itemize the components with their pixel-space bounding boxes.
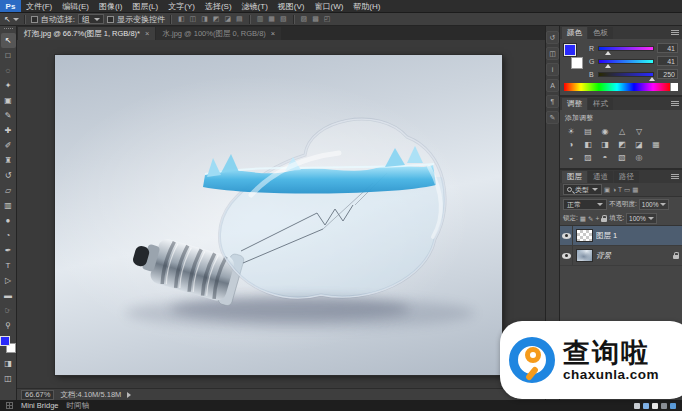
align-left-icon[interactable]: ◩ xyxy=(212,15,221,23)
filter-smart-objects-icon[interactable]: ▦ xyxy=(632,186,638,194)
menu-file[interactable]: 文件(F) xyxy=(21,0,57,12)
grid-icon[interactable] xyxy=(6,402,13,409)
panel-color-swatches[interactable] xyxy=(564,43,584,69)
filter-pixel-layers-icon[interactable]: ▣ xyxy=(604,186,610,194)
pen-tool-button[interactable]: ✒ xyxy=(1,243,16,258)
posterize-icon[interactable]: ▨ xyxy=(582,152,594,162)
quick-mask-button[interactable]: ◨ xyxy=(1,356,16,371)
color-balance-icon[interactable]: ◧ xyxy=(582,139,594,149)
systray-icon[interactable] xyxy=(634,403,640,409)
marquee-tool-button[interactable]: □ xyxy=(1,48,16,63)
slider-thumb[interactable] xyxy=(649,77,655,81)
info-panel-button[interactable]: i xyxy=(546,63,559,76)
distribute-icon[interactable]: ▧ xyxy=(279,15,288,23)
systray-icon[interactable] xyxy=(643,403,649,409)
align-bottom-icon[interactable]: ◨ xyxy=(200,15,209,23)
vibrance-icon[interactable]: ▽ xyxy=(633,126,645,136)
menu-image[interactable]: 图像(I) xyxy=(94,0,128,12)
tab-paths[interactable]: 路径 xyxy=(614,171,639,183)
blur-tool-button[interactable]: ● xyxy=(1,213,16,228)
foreground-color-swatch[interactable] xyxy=(564,44,576,56)
selective-color-icon[interactable]: ◎ xyxy=(633,152,645,162)
blue-slider[interactable] xyxy=(598,72,654,77)
crop-tool-button[interactable]: ▣ xyxy=(1,93,16,108)
status-arrow-icon[interactable] xyxy=(127,392,131,398)
visibility-toggle[interactable] xyxy=(560,226,573,245)
foreground-color-swatch[interactable] xyxy=(0,336,10,346)
panel-menu-icon[interactable] xyxy=(671,101,679,106)
filter-shape-layers-icon[interactable]: ▭ xyxy=(624,186,630,194)
tab-layers[interactable]: 图层 xyxy=(562,171,587,183)
lasso-tool-button[interactable]: ◌ xyxy=(1,63,16,78)
current-tool-preset[interactable]: ↖ xyxy=(4,15,19,24)
systray-icon[interactable] xyxy=(670,403,676,409)
distribute-icon[interactable]: ▦ xyxy=(267,15,276,23)
zoom-level-field[interactable]: 66.67% xyxy=(21,390,54,400)
lock-all-icon[interactable] xyxy=(601,218,607,222)
tab-color[interactable]: 颜色 xyxy=(562,27,587,39)
doc-tab-lightbulb[interactable]: 灯泡.jpg @ 66.7%(图层 1, RGB/8)* × xyxy=(18,27,155,40)
invert-icon[interactable]: ◒ xyxy=(565,152,577,162)
eyedropper-tool-button[interactable]: ✎ xyxy=(1,108,16,123)
shape-tool-button[interactable]: ▬ xyxy=(1,288,16,303)
history-brush-tool-button[interactable]: ↺ xyxy=(1,168,16,183)
threshold-icon[interactable]: ◓ xyxy=(599,152,611,162)
menu-view[interactable]: 视图(V) xyxy=(273,0,310,12)
gradient-tool-button[interactable]: ▥ xyxy=(1,198,16,213)
zoom-tool-button[interactable]: ⚲ xyxy=(1,318,16,333)
move-tool-button[interactable]: ↖ xyxy=(1,33,16,48)
hue-saturation-icon[interactable]: ◑ xyxy=(565,139,577,149)
timeline-button[interactable]: 时间轴 xyxy=(67,401,90,411)
menu-filter[interactable]: 滤镜(T) xyxy=(237,0,273,12)
red-slider[interactable] xyxy=(598,46,654,51)
blend-mode-dropdown[interactable]: 正常 xyxy=(563,199,607,210)
slider-thumb[interactable] xyxy=(605,64,611,68)
quick-selection-tool-button[interactable]: ✦ xyxy=(1,78,16,93)
filter-type-layers-icon[interactable]: T xyxy=(618,186,622,193)
menu-edit[interactable]: 编辑(E) xyxy=(57,0,94,12)
fill-dropdown[interactable]: 100% xyxy=(626,213,657,224)
opacity-dropdown[interactable]: 100% xyxy=(639,199,670,210)
close-icon[interactable]: × xyxy=(145,29,149,38)
close-icon[interactable]: × xyxy=(271,29,275,38)
align-hcenter-icon[interactable]: ◪ xyxy=(223,15,232,23)
history-panel-button[interactable]: ↺ xyxy=(546,31,559,44)
blue-value[interactable]: 250 xyxy=(657,69,678,79)
color-lookup-icon[interactable]: ▦ xyxy=(650,139,662,149)
eraser-tool-button[interactable]: ▱ xyxy=(1,183,16,198)
red-value[interactable]: 41 xyxy=(657,43,678,53)
lock-transparency-icon[interactable]: ▦ xyxy=(580,215,586,223)
panel-menu-icon[interactable] xyxy=(671,174,679,179)
panel-grip[interactable] xyxy=(4,28,13,31)
background-color-swatch[interactable] xyxy=(571,57,583,69)
layer-row-layer1[interactable]: 图层 1 xyxy=(560,226,682,246)
align-right-icon[interactable]: ▤ xyxy=(235,15,244,23)
layer-thumbnail[interactable] xyxy=(576,249,593,262)
screen-mode-button[interactable]: ◫ xyxy=(1,371,16,386)
align-top-icon[interactable]: ◧ xyxy=(177,15,186,23)
panel-menu-icon[interactable] xyxy=(671,30,679,35)
character-panel-button[interactable]: A xyxy=(546,79,559,92)
path-selection-tool-button[interactable]: ▷ xyxy=(1,273,16,288)
auto-select-dropdown[interactable]: 组 xyxy=(78,14,104,24)
filter-type-dropdown[interactable]: 类型 xyxy=(563,184,602,195)
color-swatches[interactable] xyxy=(0,336,16,353)
levels-icon[interactable]: ▤ xyxy=(582,126,594,136)
white-chip[interactable] xyxy=(670,83,678,91)
curves-icon[interactable]: ◉ xyxy=(599,126,611,136)
auto-select-checkbox[interactable] xyxy=(31,16,38,23)
canvas-pasteboard[interactable] xyxy=(17,40,545,388)
type-tool-button[interactable]: T xyxy=(1,258,16,273)
layer-thumbnail[interactable] xyxy=(576,229,593,242)
properties-panel-button[interactable]: ◫ xyxy=(546,47,559,60)
tab-adjustments[interactable]: 调整 xyxy=(562,98,587,110)
brush-tool-button[interactable]: ✐ xyxy=(1,138,16,153)
visibility-toggle[interactable] xyxy=(560,246,573,265)
healing-brush-tool-button[interactable]: ✚ xyxy=(1,123,16,138)
exposure-icon[interactable]: △ xyxy=(616,126,628,136)
mini-bridge-button[interactable]: Mini Bridge xyxy=(21,401,59,410)
show-transform-checkbox[interactable] xyxy=(107,16,114,23)
slider-thumb[interactable] xyxy=(605,51,611,55)
lock-pixels-icon[interactable]: ✎ xyxy=(588,215,593,223)
hand-tool-button[interactable]: ☞ xyxy=(1,303,16,318)
